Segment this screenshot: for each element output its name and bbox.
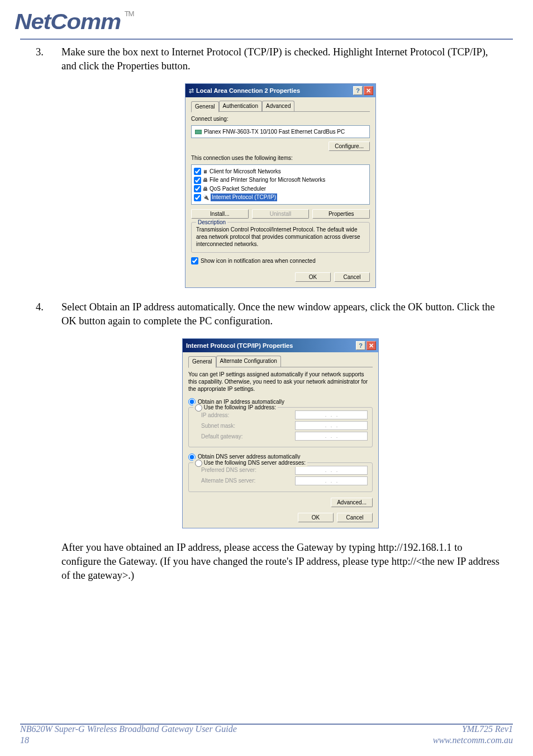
dialog1-title: Local Area Connection 2 Properties <box>196 87 352 95</box>
item-tcpip-label: Internet Protocol (TCP/IP) <box>211 193 277 201</box>
step-4: 4. Select Obtain an IP address automatic… <box>61 300 499 528</box>
close-button[interactable]: ✕ <box>367 341 376 350</box>
protocol-icon: 🔌 <box>203 194 209 201</box>
item-qos[interactable]: 🖶QoS Packet Scheduler <box>194 185 367 193</box>
close-button[interactable]: ✕ <box>364 86 373 95</box>
item-fileshare[interactable]: 🖶File and Printer Sharing for Microsoft … <box>194 176 367 185</box>
tab-alternate[interactable]: Alternate Configuration <box>216 356 281 367</box>
dialog1-tabs: General Authentication Advanced <box>191 101 370 112</box>
show-icon-checkbox[interactable] <box>191 257 198 264</box>
radio-use-dns-label: Use the following DNS server addresses: <box>204 460 306 466</box>
pref-dns-label: Preferred DNS server: <box>201 466 256 474</box>
radio-use-ip[interactable] <box>195 404 202 412</box>
netcomm-logo: NetCommTM <box>15 10 134 34</box>
gateway-input[interactable]: . . . <box>295 432 368 441</box>
properties-button[interactable]: Properties <box>312 209 370 219</box>
tab-general[interactable]: General <box>188 356 216 368</box>
items-list: 🖥Client for Microsoft Networks 🖶File and… <box>191 164 370 205</box>
description-fieldset: Description Transmission Control Protoco… <box>191 222 370 253</box>
ok-button[interactable]: OK <box>295 272 331 282</box>
instruction-list: 3. Make sure the box next to Internet Pr… <box>34 45 499 528</box>
dialog2-intro: You can get IP settings assigned automat… <box>188 371 373 393</box>
tab-authentication[interactable]: Authentication <box>219 101 262 112</box>
item-fileshare-label: File and Printer Sharing for Microsoft N… <box>210 176 325 184</box>
client-icon: 🖥 <box>203 168 208 175</box>
item-client-label: Client for Microsoft Networks <box>210 168 281 176</box>
radio-use-dns[interactable] <box>195 460 202 467</box>
after-paragraph: After you have obtained an IP address, p… <box>34 541 499 583</box>
step-4-text: Select Obtain an IP address automaticall… <box>61 301 494 327</box>
pref-dns-input[interactable]: . . . <box>295 466 368 475</box>
install-button[interactable]: Install... <box>191 209 249 219</box>
ip-address-input[interactable]: . . . <box>295 410 368 419</box>
footer-left: NB620W Super-G Wireless Broadband Gatewa… <box>20 724 237 746</box>
footer-title: NB620W Super-G Wireless Broadband Gatewa… <box>20 724 237 735</box>
qos-icon: 🖶 <box>203 186 208 192</box>
step-3: 3. Make sure the box next to Internet Pr… <box>61 45 499 288</box>
nic-box: Planex FNW-3603-TX 10/100 Fast Ethernet … <box>191 125 370 139</box>
configure-row: Configure... <box>191 141 370 151</box>
connect-using-label: Connect using: <box>191 115 370 123</box>
nic-name: Planex FNW-3603-TX 10/100 Fast Ethernet … <box>204 128 345 136</box>
printer-icon: 🖶 <box>203 177 208 183</box>
lan-properties-dialog: ⇄ Local Area Connection 2 Properties ? ✕… <box>185 83 376 289</box>
dialog2-body: General Alternate Configuration You can … <box>183 352 378 528</box>
subnet-row: Subnet mask:. . . <box>201 421 368 430</box>
dialog2-ok-row: OK Cancel <box>188 513 373 522</box>
description-legend: Description <box>196 219 227 226</box>
dns-legend: Use the following DNS server addresses: <box>193 459 307 467</box>
dialog1-titlebar: ⇄ Local Area Connection 2 Properties ? ✕ <box>185 84 375 97</box>
alt-dns-row: Alternate DNS server:. . . <box>201 476 368 485</box>
cancel-button[interactable]: Cancel <box>334 272 370 282</box>
alt-dns-label: Alternate DNS server: <box>201 477 255 485</box>
footer-page-number: 18 <box>20 735 237 746</box>
help-button[interactable]: ? <box>353 86 363 95</box>
cancel-button[interactable]: Cancel <box>337 513 373 522</box>
gateway-row: Default gateway:. . . <box>201 432 368 441</box>
uninstall-button[interactable]: Uninstall <box>252 209 310 219</box>
footer-url: www.netcomm.com.au <box>433 735 513 746</box>
install-row: Install... Uninstall Properties <box>191 209 370 219</box>
uses-items-label: This connection uses the following items… <box>191 154 370 162</box>
tab-advanced[interactable]: Advanced <box>262 101 294 112</box>
subnet-label: Subnet mask: <box>201 422 235 430</box>
dialog1-ok-row: OK Cancel <box>191 272 370 282</box>
gateway-label: Default gateway: <box>201 433 243 441</box>
logo-trademark: TM <box>125 10 134 18</box>
subnet-input[interactable]: . . . <box>295 421 368 430</box>
item-tcpip[interactable]: 🔌Internet Protocol (TCP/IP) <box>194 193 367 202</box>
show-icon-row: Show icon in notification area when conn… <box>191 257 370 265</box>
ip-address-label: IP address: <box>201 412 229 419</box>
chk-tcpip[interactable] <box>194 194 201 201</box>
chk-fileshare[interactable] <box>194 177 201 184</box>
show-icon-label: Show icon in notification area when conn… <box>201 257 316 265</box>
footer-right: YML725 Rev1 www.netcomm.com.au <box>433 724 513 746</box>
dialog2-title: Internet Protocol (TCP/IP) Properties <box>186 342 355 350</box>
ok-button[interactable]: OK <box>298 513 334 522</box>
step-4-number: 4. <box>36 300 44 314</box>
dialog2-tabs: General Alternate Configuration <box>188 356 373 367</box>
pref-dns-row: Preferred DNS server:. . . <box>201 466 368 475</box>
radio-use-ip-label: Use the following IP address: <box>204 404 276 410</box>
tab-general[interactable]: General <box>191 101 219 113</box>
item-qos-label: QoS Packet Scheduler <box>210 185 266 193</box>
dns-fieldset: Use the following DNS server addresses: … <box>188 462 373 492</box>
step-3-number: 3. <box>36 45 44 59</box>
chk-qos[interactable] <box>194 185 201 192</box>
advanced-button[interactable]: Advanced... <box>331 498 373 507</box>
dialog2-titlebar: Internet Protocol (TCP/IP) Properties ? … <box>183 339 378 352</box>
nic-icon <box>195 130 202 134</box>
ip-fieldset: Use the following IP address: IP address… <box>188 407 373 447</box>
page-footer: NB620W Super-G Wireless Broadband Gatewa… <box>20 724 513 746</box>
help-button[interactable]: ? <box>356 341 365 350</box>
configure-button[interactable]: Configure... <box>329 141 370 151</box>
chk-client[interactable] <box>194 168 201 175</box>
tcpip-properties-dialog: Internet Protocol (TCP/IP) Properties ? … <box>182 338 379 528</box>
alt-dns-input[interactable]: . . . <box>295 476 368 485</box>
ip-address-row: IP address:. . . <box>201 410 368 419</box>
advanced-row: Advanced... <box>188 498 373 507</box>
item-client[interactable]: 🖥Client for Microsoft Networks <box>194 167 367 176</box>
ip-legend: Use the following IP address: <box>193 404 278 412</box>
dialog1-body: General Authentication Advanced Connect … <box>185 97 375 288</box>
step-3-text: Make sure the box next to Internet Proto… <box>61 46 488 72</box>
